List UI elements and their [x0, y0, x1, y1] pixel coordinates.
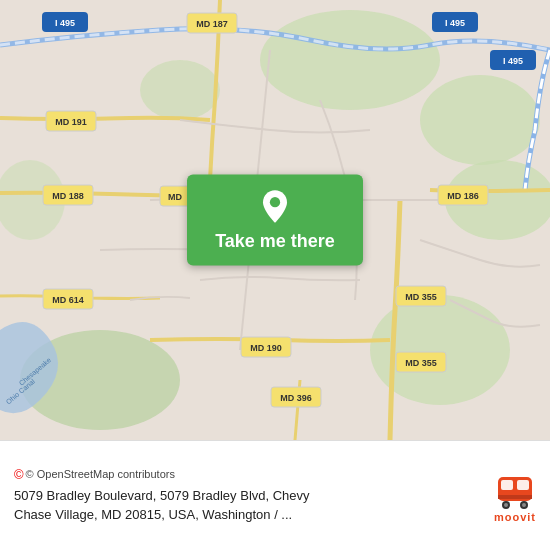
svg-text:MD 186: MD 186: [447, 191, 479, 201]
take-me-there-button[interactable]: Take me there: [187, 175, 363, 266]
osm-copyright: © © OpenStreetMap contributors: [14, 467, 482, 482]
osm-text: © OpenStreetMap contributors: [26, 468, 175, 480]
moovit-bus-icon: [494, 469, 536, 511]
map-container: Chesapeake Ohio Canal: [0, 0, 550, 440]
svg-text:MD 614: MD 614: [52, 295, 84, 305]
svg-point-2: [420, 75, 540, 165]
moovit-label: moovit: [494, 511, 536, 523]
address-line2: Chase Village, MD 20815, USA, Washington…: [14, 507, 292, 522]
address-line1: 5079 Bradley Boulevard, 5079 Bradley Blv…: [14, 488, 310, 503]
svg-rect-44: [498, 495, 532, 499]
svg-text:MD 190: MD 190: [250, 343, 282, 353]
svg-point-6: [140, 60, 220, 120]
svg-text:I 495: I 495: [55, 18, 75, 28]
svg-text:I 495: I 495: [445, 18, 465, 28]
bottom-bar: © © OpenStreetMap contributors 5079 Brad…: [0, 440, 550, 550]
svg-text:MD 355: MD 355: [405, 292, 437, 302]
osm-copyright-text: © © OpenStreetMap contributors: [14, 467, 175, 482]
svg-point-36: [270, 197, 280, 207]
svg-text:MD 396: MD 396: [280, 393, 312, 403]
copyright-symbol: ©: [14, 467, 24, 482]
svg-text:MD 187: MD 187: [196, 19, 228, 29]
svg-rect-38: [501, 480, 513, 490]
button-overlay: Take me there: [187, 175, 363, 266]
take-me-there-label: Take me there: [215, 231, 335, 252]
svg-text:I 495: I 495: [503, 56, 523, 66]
svg-text:MD 355: MD 355: [405, 358, 437, 368]
address-text: 5079 Bradley Boulevard, 5079 Bradley Blv…: [14, 486, 482, 525]
svg-point-1: [260, 10, 440, 110]
svg-text:MD: MD: [168, 192, 182, 202]
svg-text:MD 188: MD 188: [52, 191, 84, 201]
location-pin-icon: [257, 189, 293, 225]
svg-point-42: [504, 503, 508, 507]
bottom-content: © © OpenStreetMap contributors 5079 Brad…: [14, 467, 482, 525]
svg-rect-39: [517, 480, 529, 490]
svg-text:MD 191: MD 191: [55, 117, 87, 127]
svg-point-43: [522, 503, 526, 507]
moovit-logo: moovit: [494, 469, 536, 523]
